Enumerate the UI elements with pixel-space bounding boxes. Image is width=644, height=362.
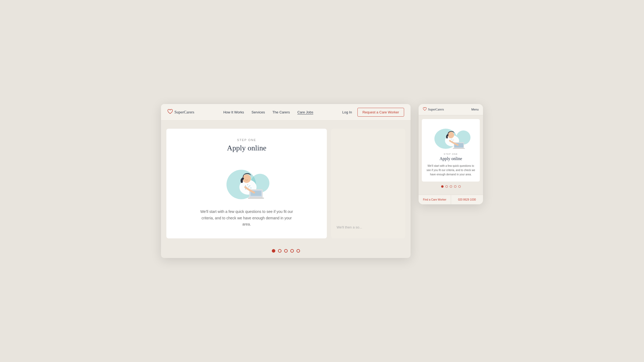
svg-point-19 [451,139,452,140]
svg-point-7 [248,186,249,187]
mobile-pagination-dot-4[interactable] [454,185,456,188]
mobile-pagination [422,182,480,190]
nav-services[interactable]: Services [251,110,265,114]
mobile-logo-text: SuperCarers [428,108,444,112]
pagination-dot-5[interactable] [297,249,300,253]
side-card-text: We'll then a so... [336,225,362,230]
mobile-pagination-dot-3[interactable] [450,185,452,188]
mobile-step-title: Apply online [426,156,476,161]
step-label: STEP ONE [177,138,316,142]
svg-point-20 [453,139,454,140]
mobile-pagination-dot-2[interactable] [445,185,448,188]
mobile-description: We'll start with a few quick questions t… [426,164,476,177]
nav-care-jobs[interactable]: Care Jobs [297,110,313,114]
mobile-menu-button[interactable]: Menu [471,108,479,111]
mobile-logo[interactable]: SuperCarers [423,107,444,112]
mobile-pagination-dot-1[interactable] [441,185,444,188]
mobile-step-card: STEP ONE Apply online We'll start with a… [422,119,480,182]
mobile-pagination-dot-5[interactable] [458,185,461,188]
nav-right: Log In Request a Care Worker [342,108,404,117]
mobile-content: STEP ONE Apply online We'll start with a… [419,115,483,195]
svg-point-3 [245,185,246,186]
step-description: We'll start with a few quick questions t… [198,209,295,228]
logo-heart-icon [167,109,173,115]
mobile-navbar: SuperCarers Menu [419,104,483,115]
mobile-browser: SuperCarers Menu [419,104,483,204]
svg-point-5 [249,185,250,186]
side-card: We'll then a so... [331,129,405,238]
page-wrapper: SuperCarers How It Works Services The Ca… [161,104,483,258]
request-care-worker-button[interactable]: Request a Care Worker [357,108,404,117]
logo-text: SuperCarers [174,110,194,114]
desktop-browser: SuperCarers How It Works Services The Ca… [161,104,411,258]
svg-rect-14 [248,198,264,199]
mobile-illustration [426,123,476,150]
pagination-dot-3[interactable] [284,249,288,253]
pagination-dot-1[interactable] [272,249,275,253]
nav-the-carers[interactable]: The Carers [272,110,290,114]
desktop-logo[interactable]: SuperCarers [167,109,194,115]
mobile-find-care-worker-button[interactable]: Find a Care Worker [419,195,451,204]
desktop-content: STEP ONE Apply online [161,121,411,249]
desktop-pagination [161,249,411,258]
mobile-step-label: STEP ONE [426,153,476,155]
svg-point-9 [250,187,251,189]
step-card: STEP ONE Apply online [166,129,327,238]
svg-point-4 [247,184,248,185]
login-link[interactable]: Log In [342,110,352,114]
desktop-navbar: SuperCarers How It Works Services The Ca… [161,104,411,121]
mobile-phone-number[interactable]: 020 8629 1030 [451,195,483,204]
pagination-dot-4[interactable] [290,249,294,253]
svg-rect-26 [453,148,465,149]
step-title: Apply online [177,144,316,152]
nav-how-it-works[interactable]: How It Works [223,110,244,114]
nav-links: How It Works Services The Carers Care Jo… [223,110,313,114]
pagination-dot-2[interactable] [278,249,281,253]
mobile-footer: Find a Care Worker 020 8629 1030 [419,195,483,204]
illustration [220,160,273,201]
mobile-logo-icon [423,107,427,112]
svg-point-22 [452,141,453,141]
